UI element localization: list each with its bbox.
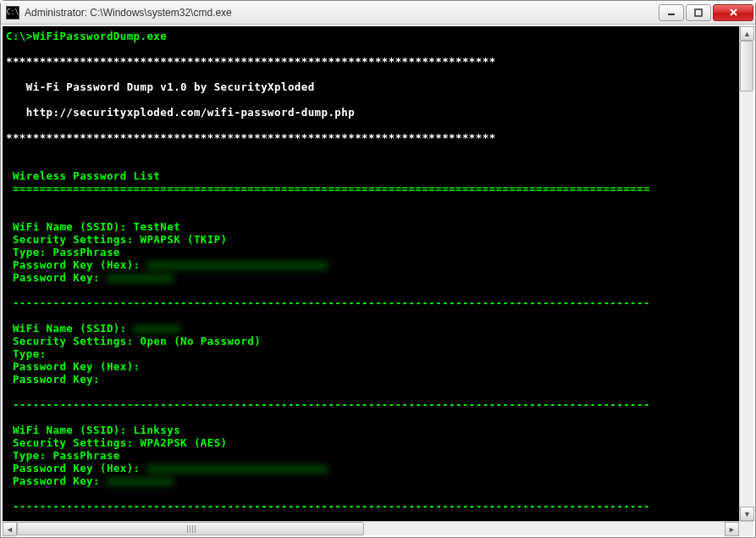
scroll-left-arrow-icon[interactable]: ◄	[3, 522, 17, 536]
scroll-right-arrow-icon[interactable]: ►	[725, 522, 739, 536]
scroll-track[interactable]	[740, 41, 753, 507]
scroll-up-arrow-icon[interactable]: ▲	[740, 26, 754, 41]
scroll-thumb[interactable]	[740, 41, 753, 92]
svg-rect-1	[695, 9, 702, 16]
scroll-track-h[interactable]	[17, 522, 725, 535]
close-button[interactable]	[713, 4, 753, 21]
scroll-corner	[739, 522, 753, 536]
scroll-thumb-h[interactable]	[17, 522, 364, 535]
window-title: Administrator: C:\Windows\system32\cmd.e…	[25, 7, 659, 19]
vertical-scrollbar[interactable]: ▲ ▼	[739, 26, 753, 521]
maximize-button[interactable]	[686, 4, 711, 21]
titlebar[interactable]: C:\ Administrator: C:\Windows\system32\c…	[1, 1, 755, 25]
scroll-down-arrow-icon[interactable]: ▼	[740, 507, 754, 521]
horizontal-scrollbar[interactable]: ◄ ►	[3, 521, 753, 535]
window-controls	[659, 4, 753, 21]
console-output[interactable]: C:\>WiFiPasswordDump.exe ***************…	[3, 26, 739, 521]
console-area: C:\>WiFiPasswordDump.exe ***************…	[1, 25, 755, 537]
minimize-button[interactable]	[659, 4, 684, 21]
cmd-window: C:\ Administrator: C:\Windows\system32\c…	[0, 0, 756, 538]
cmd-icon: C:\	[6, 6, 19, 19]
